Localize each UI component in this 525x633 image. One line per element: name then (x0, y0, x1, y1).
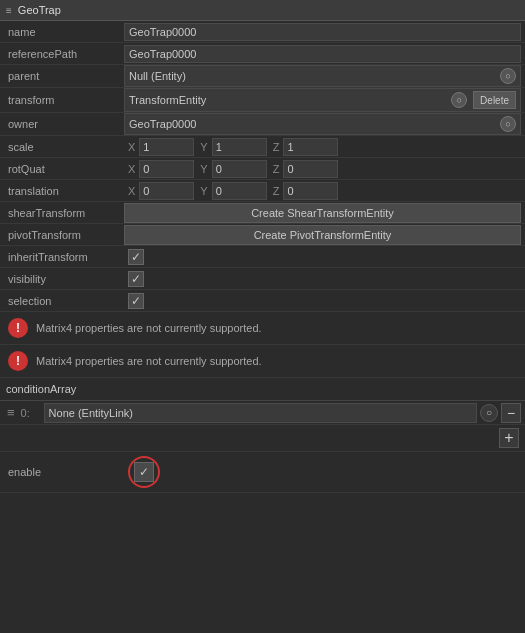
condition-minus-btn-0[interactable]: − (501, 403, 521, 423)
condition-menu-icon[interactable]: ≡ (4, 405, 18, 420)
selection-row: selection ✓ (0, 290, 525, 312)
add-btn-row: + (0, 425, 525, 452)
condition-value-0[interactable]: None (EntityLink) (44, 403, 477, 423)
rotquat-xyz-group: X Y Z (124, 160, 521, 178)
sheartransform-row: shearTransform Create ShearTransformEnti… (0, 202, 525, 224)
pivottransform-row: pivotTransform Create PivotTransformEnti… (0, 224, 525, 246)
condition-item-row-0: ≡ 0: None (EntityLink) ○ − (0, 401, 525, 425)
scale-x-label: X (128, 141, 135, 153)
transform-row: transform TransformEntity ○ Delete (0, 88, 525, 113)
translation-label: translation (4, 183, 124, 199)
translation-x-label: X (128, 185, 135, 197)
referencepath-value: GeoTrap0000 (129, 48, 196, 60)
owner-value: GeoTrap0000 (129, 118, 196, 130)
transform-value-box: TransformEntity ○ Delete (124, 88, 521, 112)
selection-checkbox-cell: ✓ (124, 291, 148, 311)
referencepath-label: referencePath (4, 46, 124, 62)
geotrap-panel: ≡ GeoTrap name GeoTrap0000 referencePath… (0, 0, 525, 493)
owner-circle-btn[interactable]: ○ (500, 116, 516, 132)
rotquat-z-label: Z (273, 163, 280, 175)
owner-label: owner (4, 116, 124, 132)
owner-row: owner GeoTrap0000 ○ (0, 113, 525, 136)
warning-row-2: ! Matrix4 properties are not currently s… (0, 345, 525, 378)
conditionarray-header: conditionArray (0, 378, 525, 401)
rotquat-y-label: Y (200, 163, 207, 175)
parent-value-box[interactable]: Null (Entity) ○ (124, 65, 521, 87)
translation-z-input[interactable] (283, 182, 338, 200)
visibility-label: visibility (4, 271, 124, 287)
inherittransform-checkbox[interactable]: ✓ (128, 249, 144, 265)
rotquat-x-input[interactable] (139, 160, 194, 178)
translation-x-input[interactable] (139, 182, 194, 200)
owner-value-box[interactable]: GeoTrap0000 ○ (124, 113, 521, 135)
referencepath-row: referencePath GeoTrap0000 (0, 43, 525, 65)
enable-circle-highlight[interactable]: ✓ (128, 456, 160, 488)
rotquat-z-input[interactable] (283, 160, 338, 178)
scale-z-label: Z (273, 141, 280, 153)
translation-z-label: Z (273, 185, 280, 197)
translation-y-label: Y (200, 185, 207, 197)
name-value: GeoTrap0000 (129, 26, 196, 38)
condition-circle-btn-0[interactable]: ○ (480, 404, 498, 422)
parent-value: Null (Entity) (129, 70, 186, 82)
scale-y-label: Y (200, 141, 207, 153)
transform-value: TransformEntity (129, 94, 206, 106)
section-title: GeoTrap (18, 4, 61, 16)
transform-delete-btn[interactable]: Delete (473, 91, 516, 109)
scale-z-input[interactable] (283, 138, 338, 156)
enable-label: enable (8, 466, 128, 478)
translation-xyz-group: X Y Z (124, 182, 521, 200)
selection-checkbox[interactable]: ✓ (128, 293, 144, 309)
condition-value-text-0: None (EntityLink) (49, 407, 133, 419)
condition-index-0: 0: (21, 407, 41, 419)
inherittransform-checkbox-cell: ✓ (124, 247, 148, 267)
warning-text-2: Matrix4 properties are not currently sup… (36, 355, 262, 367)
rotquat-row: rotQuat X Y Z (0, 158, 525, 180)
visibility-checkbox[interactable]: ✓ (128, 271, 144, 287)
scale-label: scale (4, 139, 124, 155)
parent-circle-btn[interactable]: ○ (500, 68, 516, 84)
name-label: name (4, 24, 124, 40)
enable-checkmark: ✓ (139, 466, 149, 478)
enable-row: enable ✓ (0, 452, 525, 493)
rotquat-x-label: X (128, 163, 135, 175)
scale-x-input[interactable] (139, 138, 194, 156)
pivottransform-label: pivotTransform (4, 227, 124, 243)
parent-row: parent Null (Entity) ○ (0, 65, 525, 88)
name-row: name GeoTrap0000 (0, 21, 525, 43)
section-icon: ≡ (6, 5, 12, 16)
name-value-box[interactable]: GeoTrap0000 (124, 23, 521, 41)
inherittransform-checkmark: ✓ (131, 251, 141, 263)
referencepath-value-box[interactable]: GeoTrap0000 (124, 45, 521, 63)
warning-text-1: Matrix4 properties are not currently sup… (36, 322, 262, 334)
parent-label: parent (4, 68, 124, 84)
sheartransform-label: shearTransform (4, 205, 124, 221)
transform-label: transform (4, 92, 124, 108)
enable-checkbox-area: ✓ (128, 456, 160, 488)
visibility-row: visibility ✓ (0, 268, 525, 290)
warning-row-1: ! Matrix4 properties are not currently s… (0, 312, 525, 345)
translation-y-input[interactable] (212, 182, 267, 200)
create-sheartransform-btn[interactable]: Create ShearTransformEntity (124, 203, 521, 223)
scale-row: scale X Y Z (0, 136, 525, 158)
transform-circle-btn[interactable]: ○ (451, 92, 467, 108)
rotquat-y-input[interactable] (212, 160, 267, 178)
rotquat-label: rotQuat (4, 161, 124, 177)
visibility-checkmark: ✓ (131, 273, 141, 285)
conditionarray-label: conditionArray (6, 383, 76, 395)
visibility-checkbox-cell: ✓ (124, 269, 148, 289)
warning-icon-2: ! (8, 351, 28, 371)
add-condition-btn[interactable]: + (499, 428, 519, 448)
enable-checkbox[interactable]: ✓ (134, 462, 154, 482)
create-pivottransform-btn[interactable]: Create PivotTransformEntity (124, 225, 521, 245)
selection-checkmark: ✓ (131, 295, 141, 307)
translation-row: translation X Y Z (0, 180, 525, 202)
inherittransform-row: inheritTransform ✓ (0, 246, 525, 268)
warning-icon-1: ! (8, 318, 28, 338)
section-header: ≡ GeoTrap (0, 0, 525, 21)
selection-label: selection (4, 293, 124, 309)
inherittransform-label: inheritTransform (4, 249, 124, 265)
scale-xyz-group: X Y Z (124, 138, 521, 156)
scale-y-input[interactable] (212, 138, 267, 156)
